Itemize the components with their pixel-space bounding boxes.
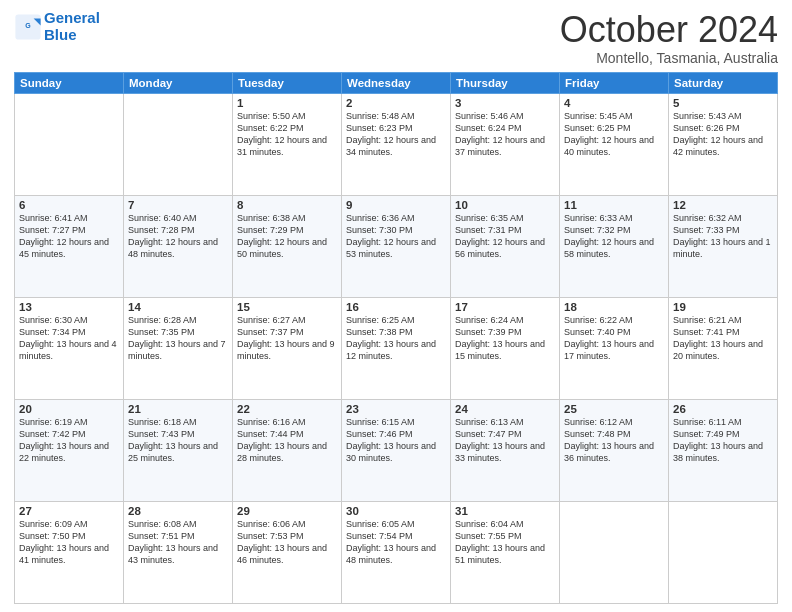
day-cell: 28Sunrise: 6:08 AM Sunset: 7:51 PM Dayli… — [124, 501, 233, 603]
month-title: October 2024 — [560, 10, 778, 50]
day-number: 6 — [19, 199, 119, 211]
day-number: 19 — [673, 301, 773, 313]
title-block: October 2024 Montello, Tasmania, Austral… — [560, 10, 778, 66]
day-info: Sunrise: 6:25 AM Sunset: 7:38 PM Dayligh… — [346, 314, 446, 363]
day-info: Sunrise: 6:16 AM Sunset: 7:44 PM Dayligh… — [237, 416, 337, 465]
day-number: 7 — [128, 199, 228, 211]
week-row-1: 1Sunrise: 5:50 AM Sunset: 6:22 PM Daylig… — [15, 93, 778, 195]
day-number: 27 — [19, 505, 119, 517]
day-cell: 15Sunrise: 6:27 AM Sunset: 7:37 PM Dayli… — [233, 297, 342, 399]
logo: G General Blue — [14, 10, 100, 43]
day-cell: 19Sunrise: 6:21 AM Sunset: 7:41 PM Dayli… — [669, 297, 778, 399]
day-number: 2 — [346, 97, 446, 109]
day-info: Sunrise: 6:05 AM Sunset: 7:54 PM Dayligh… — [346, 518, 446, 567]
day-info: Sunrise: 5:45 AM Sunset: 6:25 PM Dayligh… — [564, 110, 664, 159]
day-cell: 25Sunrise: 6:12 AM Sunset: 7:48 PM Dayli… — [560, 399, 669, 501]
day-cell: 21Sunrise: 6:18 AM Sunset: 7:43 PM Dayli… — [124, 399, 233, 501]
day-cell: 22Sunrise: 6:16 AM Sunset: 7:44 PM Dayli… — [233, 399, 342, 501]
day-cell: 1Sunrise: 5:50 AM Sunset: 6:22 PM Daylig… — [233, 93, 342, 195]
day-number: 22 — [237, 403, 337, 415]
logo-line2: Blue — [44, 26, 77, 43]
header-row: SundayMondayTuesdayWednesdayThursdayFrid… — [15, 72, 778, 93]
day-cell: 4Sunrise: 5:45 AM Sunset: 6:25 PM Daylig… — [560, 93, 669, 195]
day-number: 15 — [237, 301, 337, 313]
day-info: Sunrise: 6:24 AM Sunset: 7:39 PM Dayligh… — [455, 314, 555, 363]
day-cell: 5Sunrise: 5:43 AM Sunset: 6:26 PM Daylig… — [669, 93, 778, 195]
calendar-header: SundayMondayTuesdayWednesdayThursdayFrid… — [15, 72, 778, 93]
day-number: 25 — [564, 403, 664, 415]
day-info: Sunrise: 6:18 AM Sunset: 7:43 PM Dayligh… — [128, 416, 228, 465]
day-number: 10 — [455, 199, 555, 211]
day-info: Sunrise: 6:11 AM Sunset: 7:49 PM Dayligh… — [673, 416, 773, 465]
calendar-table: SundayMondayTuesdayWednesdayThursdayFrid… — [14, 72, 778, 604]
day-info: Sunrise: 6:33 AM Sunset: 7:32 PM Dayligh… — [564, 212, 664, 261]
day-cell: 23Sunrise: 6:15 AM Sunset: 7:46 PM Dayli… — [342, 399, 451, 501]
day-number: 24 — [455, 403, 555, 415]
day-info: Sunrise: 6:38 AM Sunset: 7:29 PM Dayligh… — [237, 212, 337, 261]
day-cell: 12Sunrise: 6:32 AM Sunset: 7:33 PM Dayli… — [669, 195, 778, 297]
day-info: Sunrise: 6:32 AM Sunset: 7:33 PM Dayligh… — [673, 212, 773, 261]
day-cell: 10Sunrise: 6:35 AM Sunset: 7:31 PM Dayli… — [451, 195, 560, 297]
day-info: Sunrise: 5:48 AM Sunset: 6:23 PM Dayligh… — [346, 110, 446, 159]
day-info: Sunrise: 6:08 AM Sunset: 7:51 PM Dayligh… — [128, 518, 228, 567]
day-info: Sunrise: 6:41 AM Sunset: 7:27 PM Dayligh… — [19, 212, 119, 261]
day-number: 26 — [673, 403, 773, 415]
week-row-2: 6Sunrise: 6:41 AM Sunset: 7:27 PM Daylig… — [15, 195, 778, 297]
day-info: Sunrise: 6:06 AM Sunset: 7:53 PM Dayligh… — [237, 518, 337, 567]
day-cell — [669, 501, 778, 603]
day-number: 28 — [128, 505, 228, 517]
day-cell — [124, 93, 233, 195]
day-cell: 14Sunrise: 6:28 AM Sunset: 7:35 PM Dayli… — [124, 297, 233, 399]
day-info: Sunrise: 6:28 AM Sunset: 7:35 PM Dayligh… — [128, 314, 228, 363]
day-info: Sunrise: 6:12 AM Sunset: 7:48 PM Dayligh… — [564, 416, 664, 465]
day-number: 30 — [346, 505, 446, 517]
calendar-body: 1Sunrise: 5:50 AM Sunset: 6:22 PM Daylig… — [15, 93, 778, 603]
day-cell: 13Sunrise: 6:30 AM Sunset: 7:34 PM Dayli… — [15, 297, 124, 399]
day-info: Sunrise: 5:50 AM Sunset: 6:22 PM Dayligh… — [237, 110, 337, 159]
day-number: 17 — [455, 301, 555, 313]
day-info: Sunrise: 6:40 AM Sunset: 7:28 PM Dayligh… — [128, 212, 228, 261]
day-info: Sunrise: 6:19 AM Sunset: 7:42 PM Dayligh… — [19, 416, 119, 465]
day-number: 18 — [564, 301, 664, 313]
svg-text:G: G — [25, 22, 31, 29]
column-header-monday: Monday — [124, 72, 233, 93]
day-cell: 30Sunrise: 6:05 AM Sunset: 7:54 PM Dayli… — [342, 501, 451, 603]
day-cell — [560, 501, 669, 603]
day-info: Sunrise: 6:27 AM Sunset: 7:37 PM Dayligh… — [237, 314, 337, 363]
day-number: 4 — [564, 97, 664, 109]
day-number: 20 — [19, 403, 119, 415]
day-info: Sunrise: 5:46 AM Sunset: 6:24 PM Dayligh… — [455, 110, 555, 159]
day-number: 3 — [455, 97, 555, 109]
day-number: 5 — [673, 97, 773, 109]
day-cell: 17Sunrise: 6:24 AM Sunset: 7:39 PM Dayli… — [451, 297, 560, 399]
day-info: Sunrise: 6:30 AM Sunset: 7:34 PM Dayligh… — [19, 314, 119, 363]
day-cell: 3Sunrise: 5:46 AM Sunset: 6:24 PM Daylig… — [451, 93, 560, 195]
day-cell: 27Sunrise: 6:09 AM Sunset: 7:50 PM Dayli… — [15, 501, 124, 603]
header: G General Blue October 2024 Montello, Ta… — [14, 10, 778, 66]
day-number: 31 — [455, 505, 555, 517]
logo-text: General Blue — [44, 10, 100, 43]
day-cell: 7Sunrise: 6:40 AM Sunset: 7:28 PM Daylig… — [124, 195, 233, 297]
day-info: Sunrise: 6:15 AM Sunset: 7:46 PM Dayligh… — [346, 416, 446, 465]
week-row-4: 20Sunrise: 6:19 AM Sunset: 7:42 PM Dayli… — [15, 399, 778, 501]
page: G General Blue October 2024 Montello, Ta… — [0, 0, 792, 612]
day-cell: 8Sunrise: 6:38 AM Sunset: 7:29 PM Daylig… — [233, 195, 342, 297]
day-info: Sunrise: 6:36 AM Sunset: 7:30 PM Dayligh… — [346, 212, 446, 261]
column-header-thursday: Thursday — [451, 72, 560, 93]
day-number: 13 — [19, 301, 119, 313]
day-number: 23 — [346, 403, 446, 415]
day-number: 21 — [128, 403, 228, 415]
logo-icon: G — [14, 13, 42, 41]
day-cell: 18Sunrise: 6:22 AM Sunset: 7:40 PM Dayli… — [560, 297, 669, 399]
week-row-5: 27Sunrise: 6:09 AM Sunset: 7:50 PM Dayli… — [15, 501, 778, 603]
day-number: 29 — [237, 505, 337, 517]
day-cell: 24Sunrise: 6:13 AM Sunset: 7:47 PM Dayli… — [451, 399, 560, 501]
day-number: 8 — [237, 199, 337, 211]
day-cell: 26Sunrise: 6:11 AM Sunset: 7:49 PM Dayli… — [669, 399, 778, 501]
column-header-tuesday: Tuesday — [233, 72, 342, 93]
location-subtitle: Montello, Tasmania, Australia — [560, 50, 778, 66]
day-cell: 20Sunrise: 6:19 AM Sunset: 7:42 PM Dayli… — [15, 399, 124, 501]
column-header-friday: Friday — [560, 72, 669, 93]
column-header-saturday: Saturday — [669, 72, 778, 93]
column-header-sunday: Sunday — [15, 72, 124, 93]
